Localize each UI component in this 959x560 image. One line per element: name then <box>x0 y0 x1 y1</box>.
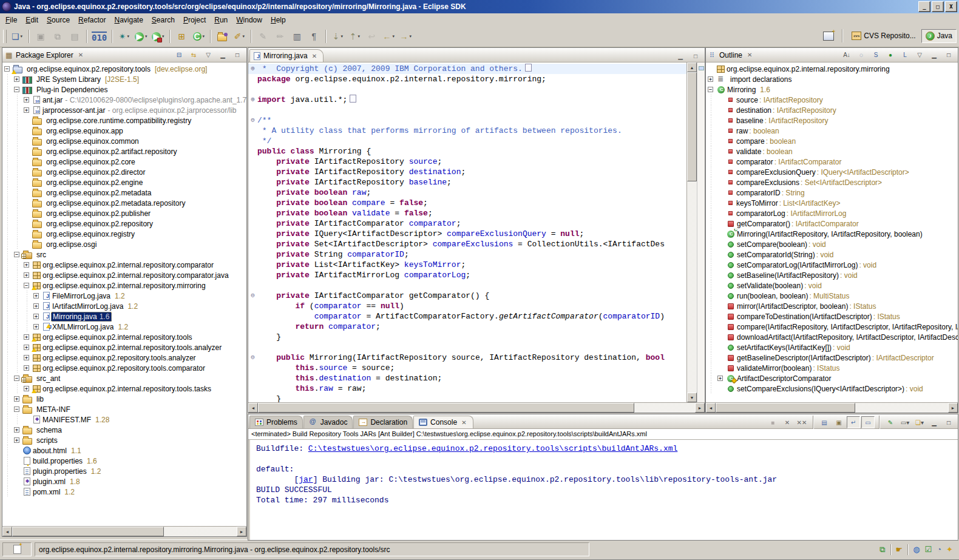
remove-launch-icon[interactable]: ✕ <box>781 416 794 428</box>
hide-static-icon[interactable]: S <box>869 49 883 61</box>
tree-item[interactable]: comparatorID : String <box>706 187 958 198</box>
expand-box-icon[interactable]: + <box>708 76 713 82</box>
code-line[interactable] <box>248 105 686 115</box>
console-tab-console[interactable]: Console✕ <box>413 416 473 428</box>
close-view-icon[interactable]: ✕ <box>77 52 84 58</box>
minimize-icon[interactable]: ▁ <box>927 416 941 428</box>
dropdown-arrow-icon[interactable]: ▾ <box>358 34 360 39</box>
tree-item[interactable]: compareToDestination(IArtifactDescriptor… <box>706 311 958 322</box>
overview-ruler[interactable] <box>697 62 705 402</box>
scroll-left-arrow[interactable]: ◄ <box>2 527 12 536</box>
expand-box-icon[interactable]: + <box>24 365 29 371</box>
tree-item[interactable]: org.eclipse.equinox.p2.core <box>2 157 246 167</box>
code-line[interactable] <box>248 342 686 353</box>
pin-console-icon[interactable]: ✎ <box>884 416 897 428</box>
tree-item[interactable]: plugin.xml1.8 <box>2 476 246 487</box>
dropdown-arrow-icon[interactable]: ▾ <box>21 34 23 39</box>
collapse-box-icon[interactable]: − <box>14 252 19 257</box>
code-line[interactable]: comparator = ArtifactComparatorFactory.g… <box>248 311 686 322</box>
collapse-fold-icon[interactable]: ⊖ <box>248 291 257 301</box>
forward-button[interactable]: →▾ <box>397 29 414 44</box>
hide-fields-icon[interactable]: ◌ <box>855 49 868 61</box>
tree-item[interactable]: +XMLMirrorLog.java1.2 <box>2 322 246 332</box>
tree-item[interactable]: getComparator() : IArtifactComparator <box>706 218 958 229</box>
collapse-box-icon[interactable]: − <box>24 283 29 288</box>
menu-search[interactable]: Search <box>147 15 179 25</box>
dropdown-arrow-icon[interactable]: ▾ <box>145 34 147 39</box>
code-line[interactable]: private IArtifactMirrorLog comparatorLog… <box>248 270 686 280</box>
expand-box-icon[interactable]: + <box>24 334 29 340</box>
tree-item[interactable]: setCompareExclusions(IQuery<IArtifactDes… <box>706 383 958 394</box>
tree-item[interactable]: −src <box>2 249 246 260</box>
code-line[interactable]: private Set<IArtifactDescriptor> compare… <box>248 239 686 249</box>
tree-item[interactable]: org.eclipse.equinox.common <box>2 136 246 146</box>
scroll-down-arrow[interactable]: ▼ <box>687 393 697 402</box>
expand-box-icon[interactable]: + <box>33 314 39 319</box>
tree-item[interactable]: compareExclusionQuery : IQuery<IArtifact… <box>706 167 958 177</box>
dropdown-arrow-icon[interactable]: ▾ <box>127 34 129 39</box>
menu-navigate[interactable]: Navigate <box>110 15 147 25</box>
expand-box-icon[interactable]: + <box>33 293 39 299</box>
maximize-icon[interactable]: □ <box>942 416 955 428</box>
code-line[interactable]: private IArtifactRepository baseline; <box>248 177 686 187</box>
sort-icon[interactable]: A↓ <box>840 49 853 61</box>
tree-item[interactable]: +lib <box>2 394 246 404</box>
scroll-left-arrow[interactable]: ◄ <box>706 403 716 413</box>
show-on-output-icon[interactable]: ▭ <box>861 416 875 428</box>
tree-item[interactable]: validateMirror(boolean) : IStatus <box>706 363 958 373</box>
binary-literals-button[interactable]: 010 <box>90 29 109 44</box>
tree-item[interactable]: +org.eclipse.equinox.p2.repository.tools… <box>2 353 246 363</box>
folded-region-box[interactable] <box>350 95 356 103</box>
close-editor-icon[interactable]: ✕ <box>311 53 318 59</box>
display-selected-console-icon[interactable]: ▭▾ <box>898 416 912 428</box>
code-line[interactable]: ⊕import java.util.*; <box>248 95 686 105</box>
tree-item[interactable]: compareExclusions : Set<IArtifactDescrip… <box>706 177 958 187</box>
tree-item[interactable]: getBaselineDescriptor(IArtifactDescripto… <box>706 353 958 363</box>
tree-item[interactable]: baseline : IArtifactRepository <box>706 115 958 126</box>
scroll-lock-icon[interactable]: ▣ <box>832 416 845 428</box>
tree-item[interactable]: org.eclipse.equinox.p2.repository <box>2 218 246 229</box>
open-console-icon[interactable]: ❏▾ <box>913 416 926 428</box>
tree-item[interactable]: downloadArtifact(IArtifactRepository, IA… <box>706 332 958 342</box>
tree-item[interactable]: setBaseline(IArtifactRepository) : void <box>706 270 958 280</box>
tree-item[interactable]: org.eclipse.equinox.p2.publisher <box>2 208 246 218</box>
console-tab-declaration[interactable]: Declaration <box>353 416 413 428</box>
minimize-icon[interactable]: ▁ <box>674 50 687 62</box>
collapse-all-icon[interactable]: ⊟ <box>172 49 186 61</box>
menu-help[interactable]: Help <box>266 15 290 25</box>
tree-item[interactable]: +scripts <box>2 435 246 445</box>
scroll-right-arrow[interactable]: ► <box>237 527 246 536</box>
create-javadoc-button[interactable]: ✐▾ <box>231 29 248 44</box>
code-line[interactable]: } <box>248 394 686 402</box>
menu-run[interactable]: Run <box>210 15 232 25</box>
tree-item[interactable]: validate : boolean <box>706 146 958 157</box>
expand-box-icon[interactable]: + <box>24 355 29 360</box>
close-button[interactable]: X <box>945 1 957 12</box>
code-line[interactable]: ⊖ public Mirroring(IArtifactRepository s… <box>248 353 686 363</box>
tree-item[interactable]: about.html1.1 <box>2 445 246 456</box>
code-line[interactable]: private IArtifactRepository source; <box>248 157 686 167</box>
menu-edit[interactable]: Edit <box>21 15 42 25</box>
hide-local-types-icon[interactable]: L <box>898 49 912 61</box>
perspective-java-button[interactable]: JJava <box>921 29 957 43</box>
compass-icon[interactable]: ✦ <box>946 545 953 554</box>
expand-box-icon[interactable]: + <box>24 345 29 350</box>
dropdown-arrow-icon[interactable]: ▾ <box>921 419 924 426</box>
dropdown-arrow-icon[interactable]: ▾ <box>203 34 205 39</box>
close-tab-icon[interactable]: ✕ <box>460 419 467 426</box>
tree-item[interactable]: compare : boolean <box>706 136 958 146</box>
tree-item[interactable]: run(boolean, boolean) : MultiStatus <box>706 291 958 301</box>
collapse-fold-icon[interactable]: ⊖ <box>248 353 257 363</box>
open-artifact-button[interactable] <box>214 29 231 44</box>
tree-item[interactable]: setCompare(boolean) : void <box>706 239 958 249</box>
collapse-box-icon[interactable]: − <box>14 376 19 381</box>
minimize-button[interactable]: _ <box>918 1 930 12</box>
code-line[interactable]: public class Mirroring { <box>248 146 686 157</box>
tree-item[interactable]: +ArtifactDescriptorComparator <box>706 373 958 383</box>
tasks-icon[interactable]: ☑ <box>925 545 932 554</box>
tree-item[interactable]: +import declarations <box>706 74 958 84</box>
back-button[interactable]: ←▾ <box>380 29 397 44</box>
editor-hscrollbar[interactable]: ◄ ► <box>248 402 705 413</box>
tree-item[interactable]: +org.eclipse.equinox.p2.internal.reposit… <box>2 332 246 342</box>
dropdown-arrow-icon[interactable]: ▾ <box>242 34 245 39</box>
